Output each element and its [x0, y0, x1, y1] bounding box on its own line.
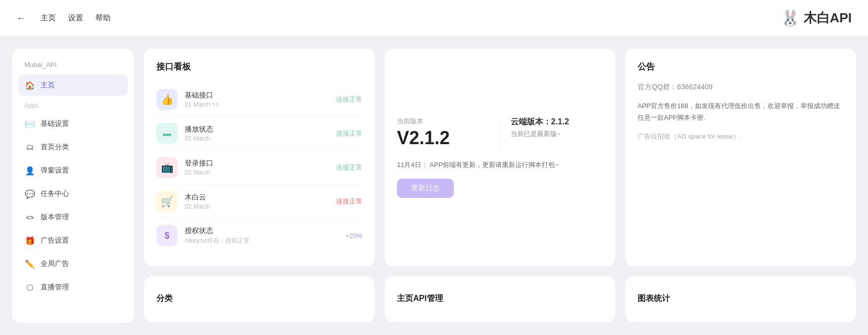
sidebar-item-home[interactable]: 🏠 主页	[18, 75, 128, 96]
api-info-basic: 基础接口 01 March >>	[185, 91, 329, 108]
version-number: V2.1.2	[397, 128, 490, 148]
bottom-card-stats: 图表统计	[625, 276, 856, 322]
api-date-login: 02 March	[185, 169, 329, 176]
back-button[interactable]: ←	[16, 12, 26, 24]
home-icon: 🏠	[24, 80, 36, 91]
api-status-basic: 连接正常	[336, 95, 362, 104]
api-icon-cloud: 🛒	[156, 191, 178, 212]
api-item-basic: 👍 基础接口 01 March >> 连接正常	[156, 83, 362, 117]
api-status-login: 连接正常	[336, 163, 362, 172]
topbar-nav: 主页 设置 帮助	[41, 13, 111, 23]
api-item-play: ▬ 播放状态 02 March 连接正常	[156, 117, 362, 151]
version-notice-date: 11月4日：	[397, 161, 428, 169]
api-name-auth: 授权状态	[185, 226, 338, 236]
logo-rabbit-icon: 🐰	[781, 9, 799, 27]
api-status-auth: +20%	[345, 232, 362, 240]
nav-settings[interactable]: 设置	[68, 13, 83, 23]
version-notice-text: APP前端有更新，更新请重新运行脚本打包~	[429, 161, 559, 169]
api-icon-play: ▬	[156, 123, 178, 144]
announcement-qq: 官方QQ群：636624409	[638, 83, 844, 92]
api-info-cloud: 木白云 02 March	[185, 193, 329, 210]
sidebar-item-global-ad[interactable]: ✏️ 全局广告	[18, 253, 128, 275]
sidebar-item-live-mgmt[interactable]: ⬡ 直播管理	[18, 277, 128, 298]
version-label: 当前版本	[397, 117, 490, 126]
api-name-cloud: 木白云	[185, 193, 329, 202]
sidebar-popup-settings-label: 弹窗设置	[41, 166, 69, 175]
version-mgmt-icon: <>	[24, 212, 36, 223]
api-icon-auth: $	[156, 225, 178, 246]
sidebar-home-label: 主页	[41, 81, 55, 90]
api-name-basic: 基础接口	[185, 91, 329, 100]
sidebar-version-mgmt-label: 版本管理	[41, 213, 69, 222]
version-card: 当前版本 V2.1.2 云端版本：2.1.2 当前已是最新版~ 11月4日： A…	[385, 49, 615, 266]
api-dashboard-title: 接口看板	[156, 61, 362, 73]
api-status-cloud: 连接正常	[336, 197, 362, 206]
api-date-auth: mkey.txt存在！授权正常	[185, 237, 338, 245]
announcement-body: APP官方售价168，如发现有代理低价出售，欢迎举报，举报成功赠送任意一款APP…	[638, 100, 844, 124]
basic-settings-icon: ✉️	[24, 118, 36, 129]
version-top: 当前版本 V2.1.2 云端版本：2.1.2 当前已是最新版~	[397, 117, 603, 148]
main-layout: Mubai_API 🏠 主页 Apps ✉️ 基础设置 🗂 首页分类 👤 弹窗设…	[0, 37, 868, 335]
sidebar-item-version-mgmt[interactable]: <> 版本管理	[18, 207, 128, 228]
content-area: 接口看板 👍 基础接口 01 March >> 连接正常 ▬ 播放状态 02 M…	[144, 49, 856, 323]
api-date-play: 02 March	[185, 135, 329, 142]
api-icon-basic: 👍	[156, 89, 178, 110]
version-left: 当前版本 V2.1.2	[397, 117, 500, 148]
api-info-login: 登录接口 02 March	[185, 159, 329, 176]
announcement-title: 公告	[638, 61, 844, 73]
sidebar-global-ad-label: 全局广告	[41, 259, 69, 269]
topbar-left: ← 主页 设置 帮助	[16, 12, 111, 24]
version-cloud-num: 云端版本：2.1.2	[511, 117, 604, 127]
sidebar: Mubai_API 🏠 主页 Apps ✉️ 基础设置 🗂 首页分类 👤 弹窗设…	[12, 49, 134, 323]
api-status-play: 连接正常	[336, 129, 362, 138]
api-icon-login: 📺	[156, 157, 178, 178]
api-name-login: 登录接口	[185, 159, 329, 168]
sidebar-task-center-label: 任务中心	[41, 189, 69, 198]
topbar-logo: 🐰 木白API	[781, 9, 852, 27]
sidebar-home-category-label: 首页分类	[41, 143, 69, 152]
sidebar-basic-settings-label: 基础设置	[41, 119, 69, 128]
bottom-card-api-mgmt: 主页API管理	[385, 276, 615, 322]
logo-text: 木白API	[804, 9, 852, 27]
nav-home[interactable]: 主页	[41, 13, 56, 23]
api-date-basic: 01 March >>	[185, 101, 329, 108]
sidebar-item-popup-settings[interactable]: 👤 弹窗设置	[18, 160, 128, 181]
sidebar-item-task-center[interactable]: 💬 任务中心	[18, 183, 128, 205]
home-category-icon: 🗂	[24, 142, 36, 153]
api-info-auth: 授权状态 mkey.txt存在！授权正常	[185, 226, 338, 245]
nav-help[interactable]: 帮助	[95, 13, 111, 23]
api-item-auth: $ 授权状态 mkey.txt存在！授权正常 +20%	[156, 219, 362, 252]
version-right: 云端版本：2.1.2 当前已是最新版~	[500, 117, 604, 139]
bottom-card-title-0: 分类	[156, 293, 173, 304]
sidebar-app-name: Mubai_API	[18, 59, 128, 73]
sidebar-item-ad-settings[interactable]: 🎁 广告设置	[18, 230, 128, 251]
api-dashboard-card: 接口看板 👍 基础接口 01 March >> 连接正常 ▬ 播放状态 02 M…	[144, 49, 375, 266]
sidebar-item-basic-settings[interactable]: ✉️ 基础设置	[18, 113, 128, 135]
bottom-card-title-2: 图表统计	[638, 293, 670, 304]
api-item-cloud: 🛒 木白云 02 March 连接正常	[156, 185, 362, 219]
topbar: ← 主页 设置 帮助 🐰 木白API	[0, 0, 868, 37]
sidebar-live-mgmt-label: 直播管理	[41, 283, 69, 292]
sidebar-ad-settings-label: 广告设置	[41, 236, 69, 245]
update-log-button[interactable]: 更新日志	[397, 179, 454, 198]
live-mgmt-icon: ⬡	[24, 282, 36, 293]
api-info-play: 播放状态 02 March	[185, 125, 329, 142]
version-cloud-status: 当前已是最新版~	[511, 129, 604, 139]
ad-settings-icon: 🎁	[24, 235, 36, 246]
bottom-card-category: 分类	[144, 276, 375, 322]
announcement-card: 公告 官方QQ群：636624409 APP官方售价168，如发现有代理低价出售…	[625, 49, 856, 266]
api-date-cloud: 02 March	[185, 203, 329, 210]
task-center-icon: 💬	[24, 188, 36, 199]
api-name-play: 播放状态	[185, 125, 329, 134]
api-item-login: 📺 登录接口 02 March 连接正常	[156, 151, 362, 185]
sidebar-section-apps: Apps	[18, 98, 128, 111]
version-notice: 11月4日： APP前端有更新，更新请重新运行脚本打包~	[397, 160, 603, 171]
sidebar-item-home-category[interactable]: 🗂 首页分类	[18, 137, 128, 158]
announcement-ad: 广告位招租（AD space for lease）.	[638, 132, 844, 141]
popup-settings-icon: 👤	[24, 165, 36, 176]
bottom-card-title-1: 主页API管理	[397, 293, 443, 304]
global-ad-icon: ✏️	[24, 258, 36, 270]
